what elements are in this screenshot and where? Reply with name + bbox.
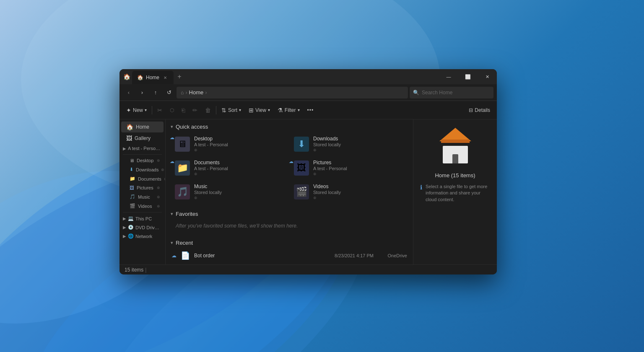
folder-pictures[interactable]: ☁ 🖼 Pictures A test - Personal ⊕ [290, 156, 408, 179]
details-home-icon [436, 128, 474, 166]
more-button[interactable]: ••• [304, 104, 317, 117]
videos-folder-info: Videos Stored locally ⊕ [313, 184, 404, 200]
sidebar-item-videos[interactable]: 🎬 Videos ⊕ [121, 202, 164, 210]
documents-folder-subtitle: A test - Personal [194, 166, 285, 171]
copy-button[interactable]: ⬡ [166, 104, 177, 117]
expand-arrow-icon: ▶ [123, 146, 126, 151]
details-button[interactable]: ⊟ Details [465, 104, 493, 117]
pictures-folder-pin: ⊕ [313, 172, 404, 176]
recent-date-0: 8/23/2021 4:17 PM [323, 253, 374, 258]
recent-item-0[interactable]: ☁ 📄 Bot order 8/23/2021 4:17 PM OneDrive [167, 248, 411, 263]
path-separator-1: › [185, 89, 187, 96]
address-path[interactable]: ⌂ › Home › [177, 87, 408, 98]
favorites-header[interactable]: ▾ Favorites [166, 207, 413, 220]
details-label: Details [475, 107, 490, 113]
back-button[interactable]: ‹ [123, 87, 135, 98]
rename-button[interactable]: ✏ [189, 104, 201, 117]
status-count: 15 items [125, 267, 143, 273]
new-button[interactable]: ✦ New ▾ [123, 104, 150, 117]
folder-desktop[interactable]: ☁ 🖥 Desktop A test - Personal ⊕ [171, 132, 289, 155]
videos-sidebar-icon: 🎬 [130, 203, 135, 209]
window-controls: — ⬜ ✕ [439, 69, 497, 84]
sort-icon: ⇅ [221, 107, 226, 114]
filter-button[interactable]: ⚗ Filter ▾ [274, 104, 303, 117]
folder-downloads[interactable]: ⬇ Downloads Stored locally ⊕ [290, 132, 408, 155]
pictures-folder-name: Pictures [313, 160, 404, 166]
network-icon: 🌐 [128, 233, 134, 239]
desktop-folder-name: Desktop [194, 136, 285, 142]
folder-documents[interactable]: ☁ 📁 Documents A test - Personal ⊕ [171, 156, 289, 179]
recent-header[interactable]: ▾ Recent [166, 236, 413, 248]
thispc-icon: 💻 [128, 216, 134, 221]
folder-music[interactable]: 🎵 Music Stored locally ⊕ [171, 180, 289, 203]
maximize-button[interactable]: ⬜ [458, 69, 478, 84]
sidebar-videos-label: Videos [138, 204, 152, 209]
folder-videos[interactable]: 🎬 Videos Stored locally ⊕ [290, 180, 408, 203]
title-bar-left: 🏠 [123, 73, 130, 80]
address-bar: ‹ › ↑ ↺ ⌂ › Home › 🔍 Search Home [119, 84, 497, 101]
details-icon: ⊟ [469, 107, 473, 113]
search-placeholder: Search Home [422, 90, 452, 96]
recent-cloud-icon-0: ☁ [171, 253, 177, 259]
home-sidebar-icon: 🏠 [126, 124, 133, 130]
gallery-sidebar-icon: 🖼 [126, 135, 132, 142]
sidebar-item-gallery[interactable]: 🖼 Gallery [121, 133, 164, 144]
sidebar-expand-atest[interactable]: ▶ A test - Persona... [119, 144, 165, 153]
sidebar-network-label: Network [135, 234, 152, 239]
sidebar-downloads-label: Downloads [136, 167, 158, 172]
favorites-arrow-icon: ▾ [171, 211, 173, 217]
sidebar-item-pictures[interactable]: 🖼 Pictures ⊕ [121, 184, 164, 192]
sidebar-desktop-label: Desktop [137, 158, 153, 163]
pictures-sidebar-icon: 🖼 [130, 185, 134, 190]
close-button[interactable]: ✕ [478, 69, 497, 84]
search-icon: 🔍 [413, 90, 419, 96]
sidebar-item-documents[interactable]: 📁 Documents ⊕ [121, 174, 164, 183]
paste-button[interactable]: ⎗ [178, 104, 188, 117]
sidebar-expand-dvd[interactable]: ▶ 💿 DVD Drive (D:) C [119, 223, 165, 232]
tab-close-button[interactable]: ✕ [162, 74, 169, 81]
view-button[interactable]: ⊞ View ▾ [245, 104, 273, 117]
explorer-window: 🏠 🏠 Home ✕ + — ⬜ ✕ ‹ › ↑ ↺ ⌂ › Home › 🔍 [119, 69, 497, 274]
pictures-folder-info: Pictures A test - Personal ⊕ [313, 160, 404, 176]
sidebar-thispc-label: This PC [135, 216, 152, 221]
minimize-button[interactable]: — [439, 69, 458, 84]
copy-icon: ⬡ [170, 107, 174, 113]
up-button[interactable]: ↑ [150, 87, 161, 98]
sidebar-expand-network[interactable]: ▶ 🌐 Network [119, 232, 165, 241]
delete-button[interactable]: 🗑 [202, 104, 214, 117]
search-box[interactable]: 🔍 Search Home [410, 87, 493, 98]
desktop-folder-info: Desktop A test - Personal ⊕ [194, 136, 285, 152]
tab-bar: 🏠 Home ✕ + [132, 69, 439, 84]
quick-access-grid: ☁ 🖥 Desktop A test - Personal ⊕ [166, 132, 413, 207]
details-info-row: ℹ Select a single file to get more infor… [420, 184, 490, 203]
downloads-folder-info: Downloads Stored locally ⊕ [313, 136, 404, 152]
desktop-folder-pin: ⊕ [194, 148, 285, 152]
quick-access-header[interactable]: ▾ Quick access [166, 119, 413, 132]
desktop-folder-subtitle: A test - Personal [194, 142, 285, 147]
recent-list: ☁ 📄 Bot order 8/23/2021 4:17 PM OneDrive… [166, 248, 413, 264]
forward-button[interactable]: › [136, 87, 148, 98]
sidebar-item-music[interactable]: 🎵 Music ⊕ [121, 192, 164, 201]
new-icon: ✦ [126, 107, 131, 114]
path-separator-2: › [205, 89, 207, 96]
sidebar-expand-thispc[interactable]: ▶ 💻 This PC [119, 214, 165, 223]
filter-arrow-icon: ▾ [298, 108, 300, 112]
recent-file-icon-0: 📄 [181, 251, 190, 260]
sidebar-atest-label: A test - Persona... [128, 146, 161, 151]
videos-pin-icon: ⊕ [157, 204, 160, 208]
title-bar: 🏠 🏠 Home ✕ + — ⬜ ✕ [119, 69, 497, 84]
view-icon: ⊞ [249, 107, 254, 114]
refresh-button[interactable]: ↺ [163, 87, 175, 98]
active-tab[interactable]: 🏠 Home ✕ [132, 71, 174, 84]
videos-folder-subtitle: Stored locally [313, 190, 404, 195]
documents-sidebar-icon: 📁 [130, 176, 135, 181]
sidebar-item-downloads[interactable]: ⬇ Downloads ⊕ [121, 165, 164, 174]
toolbar-separator-2 [216, 106, 216, 114]
filter-label: Filter [285, 107, 296, 113]
sidebar-item-home[interactable]: 🏠 Home [121, 122, 164, 132]
sort-button[interactable]: ⇅ Sort ▾ [218, 104, 244, 117]
new-tab-button[interactable]: + [174, 71, 185, 83]
cut-button[interactable]: ✂ [154, 104, 166, 117]
sidebar-item-desktop[interactable]: 🖥 Desktop ⊕ [121, 156, 164, 165]
details-info-icon: ℹ [420, 184, 422, 191]
